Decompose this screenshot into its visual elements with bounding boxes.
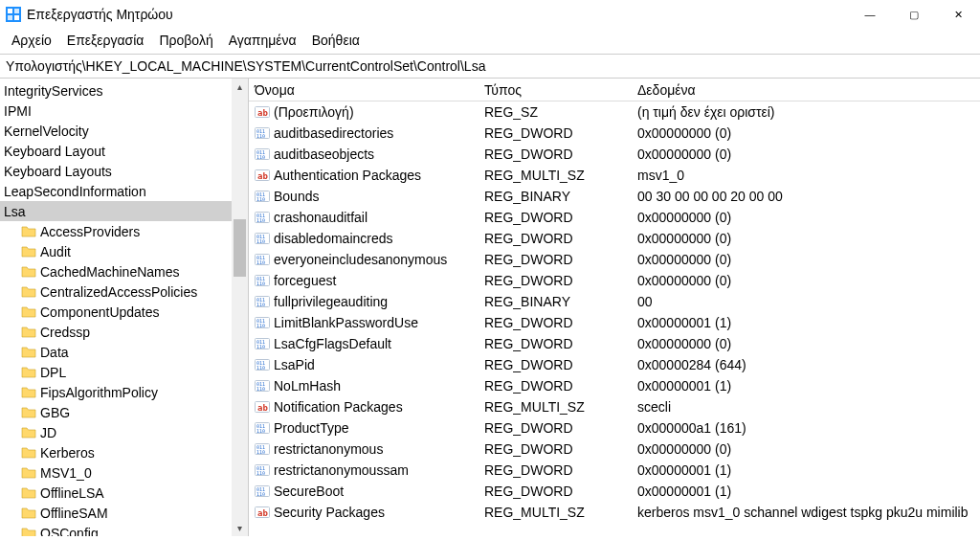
value-type: REG_DWORD bbox=[479, 357, 632, 372]
value-name: crashonauditfail bbox=[274, 210, 479, 225]
tree-item[interactable]: DPL bbox=[0, 362, 248, 382]
tree-item[interactable]: Kerberos bbox=[0, 442, 248, 462]
list-row[interactable]: Authentication PackagesREG_MULTI_SZmsv1_… bbox=[249, 165, 980, 186]
tree-item-label: KernelVelocity bbox=[4, 124, 89, 139]
address-bar[interactable]: Υπολογιστής\HKEY_LOCAL_MACHINE\SYSTEM\Cu… bbox=[0, 54, 980, 79]
list-row[interactable]: auditbasedirectoriesREG_DWORD0x00000000 … bbox=[249, 123, 980, 144]
value-data: 0x00000000 (0) bbox=[632, 125, 980, 141]
folder-icon bbox=[21, 385, 36, 400]
menu-favorites[interactable]: Αγαπημένα bbox=[223, 31, 302, 50]
tree-item-label: Kerberos bbox=[40, 445, 95, 461]
list-row[interactable]: disabledomaincredsREG_DWORD0x00000000 (0… bbox=[249, 228, 980, 249]
tree-item-label: Data bbox=[40, 345, 69, 360]
list-row[interactable]: restrictanonymousREG_DWORD0x00000000 (0) bbox=[249, 439, 980, 460]
value-type: REG_DWORD bbox=[479, 210, 632, 225]
tree-item[interactable]: CachedMachineNames bbox=[0, 261, 248, 281]
tree-item-label: Credssp bbox=[40, 325, 90, 340]
binary-value-icon bbox=[255, 462, 270, 478]
value-name: Security Packages bbox=[274, 505, 479, 520]
menu-edit[interactable]: Επεξεργασία bbox=[61, 31, 150, 50]
list-row[interactable]: forceguestREG_DWORD0x00000000 (0) bbox=[249, 270, 980, 291]
tree-item[interactable]: OfflineLSA bbox=[0, 483, 248, 503]
value-type: REG_BINARY bbox=[479, 294, 632, 309]
menu-help[interactable]: Βοήθεια bbox=[306, 31, 366, 50]
value-type: REG_MULTI_SZ bbox=[479, 168, 632, 183]
tree-item-label: Keyboard Layouts bbox=[4, 164, 112, 179]
tree-item-label: DPL bbox=[40, 365, 66, 380]
scroll-down-icon[interactable]: ▾ bbox=[232, 520, 248, 536]
tree-item[interactable]: ComponentUpdates bbox=[0, 302, 248, 322]
tree-item-label: CachedMachineNames bbox=[40, 264, 180, 280]
close-button[interactable]: ✕ bbox=[936, 0, 980, 29]
list-row[interactable]: BoundsREG_BINARY00 30 00 00 00 20 00 00 bbox=[249, 186, 980, 207]
tree-item-label: Keyboard Layout bbox=[4, 144, 105, 159]
minimize-button[interactable]: — bbox=[848, 0, 892, 29]
tree-item[interactable]: AccessProviders bbox=[0, 221, 248, 241]
tree-item-label: GBG bbox=[40, 405, 70, 420]
tree-item[interactable]: MSV1_0 bbox=[0, 462, 248, 483]
tree-item[interactable]: GBG bbox=[0, 402, 248, 422]
list-row[interactable]: auditbaseobjectsREG_DWORD0x00000000 (0) bbox=[249, 144, 980, 165]
tree-item[interactable]: Credssp bbox=[0, 322, 248, 342]
folder-icon bbox=[21, 304, 36, 320]
column-type[interactable]: Τύπος bbox=[479, 80, 632, 100]
column-name[interactable]: Όνομα bbox=[249, 80, 479, 100]
scroll-thumb[interactable] bbox=[234, 219, 246, 277]
list-row[interactable]: fullprivilegeauditingREG_BINARY00 bbox=[249, 291, 980, 312]
scroll-up-icon[interactable]: ▴ bbox=[232, 79, 248, 95]
value-name: Authentication Packages bbox=[274, 168, 479, 183]
list-row[interactable]: LimitBlankPasswordUseREG_DWORD0x00000001… bbox=[249, 312, 980, 333]
window-title: Επεξεργαστής Μητρώου bbox=[27, 7, 173, 22]
tree-item[interactable]: OSConfig bbox=[0, 523, 248, 536]
column-data[interactable]: Δεδομένα bbox=[632, 80, 980, 100]
tree-item[interactable]: FipsAlgorithmPolicy bbox=[0, 382, 248, 402]
binary-value-icon bbox=[255, 294, 270, 309]
list-row[interactable]: everyoneincludesanonymousREG_DWORD0x0000… bbox=[249, 249, 980, 270]
string-value-icon bbox=[255, 168, 270, 183]
tree-item[interactable]: Data bbox=[0, 342, 248, 362]
menu-file[interactable]: Αρχείο bbox=[6, 31, 57, 50]
tree-item[interactable]: Lsa bbox=[0, 201, 248, 221]
list-row[interactable]: Notification PackagesREG_MULTI_SZscecli bbox=[249, 396, 980, 417]
folder-icon bbox=[21, 244, 36, 259]
menu-view[interactable]: Προβολή bbox=[153, 31, 218, 50]
maximize-button[interactable]: ▢ bbox=[892, 0, 936, 29]
list-row[interactable]: ProductTypeREG_DWORD0x000000a1 (161) bbox=[249, 417, 980, 439]
tree-item-label: LeapSecondInformation bbox=[4, 184, 146, 199]
value-data: 0x00000284 (644) bbox=[632, 357, 980, 372]
tree-item[interactable]: Audit bbox=[0, 241, 248, 261]
list-row[interactable]: crashonauditfailREG_DWORD0x00000000 (0) bbox=[249, 207, 980, 228]
tree-item[interactable]: OfflineSAM bbox=[0, 503, 248, 523]
value-data: 00 30 00 00 00 20 00 00 bbox=[632, 189, 980, 204]
tree-item[interactable]: LeapSecondInformation bbox=[0, 181, 248, 201]
value-data: 0x00000000 (0) bbox=[632, 336, 980, 351]
value-data: 0x000000a1 (161) bbox=[632, 420, 980, 436]
value-type: REG_DWORD bbox=[479, 273, 632, 288]
tree-item[interactable]: KernelVelocity bbox=[0, 121, 248, 141]
value-type: REG_DWORD bbox=[479, 420, 632, 436]
tree-item[interactable]: Keyboard Layout bbox=[0, 141, 248, 161]
value-name: restrictanonymous bbox=[274, 441, 479, 457]
tree-item-label: MSV1_0 bbox=[40, 465, 92, 481]
value-name: SecureBoot bbox=[274, 484, 479, 499]
list-row[interactable]: restrictanonymoussamREG_DWORD0x00000001 … bbox=[249, 460, 980, 481]
list-row[interactable]: LsaCfgFlagsDefaultREG_DWORD0x00000000 (0… bbox=[249, 333, 980, 354]
tree-item[interactable]: IntegrityServices bbox=[0, 80, 248, 101]
value-data: 0x00000001 (1) bbox=[632, 484, 980, 499]
list-row[interactable]: NoLmHashREG_DWORD0x00000001 (1) bbox=[249, 375, 980, 396]
list-row[interactable]: SecureBootREG_DWORD0x00000001 (1) bbox=[249, 481, 980, 502]
value-type: REG_DWORD bbox=[479, 441, 632, 457]
tree-item-label: AccessProviders bbox=[40, 224, 140, 239]
list-row[interactable]: (Προεπιλογή)REG_SZ(η τιμή δεν έχει οριστ… bbox=[249, 101, 980, 123]
tree-item[interactable]: JD bbox=[0, 422, 248, 442]
tree-item[interactable]: Keyboard Layouts bbox=[0, 161, 248, 181]
value-data: 0x00000000 (0) bbox=[632, 210, 980, 225]
tree-pane: IntegrityServicesIPMIKernelVelocityKeybo… bbox=[0, 79, 249, 536]
tree-scrollbar[interactable]: ▴ ▾ bbox=[232, 79, 248, 536]
tree-item[interactable]: IPMI bbox=[0, 101, 248, 121]
list-row[interactable]: LsaPidREG_DWORD0x00000284 (644) bbox=[249, 354, 980, 375]
tree-item[interactable]: CentralizedAccessPolicies bbox=[0, 281, 248, 302]
value-type: REG_DWORD bbox=[479, 462, 632, 478]
list-row[interactable]: Security PackagesREG_MULTI_SZkerberos ms… bbox=[249, 502, 980, 523]
value-type: REG_DWORD bbox=[479, 231, 632, 246]
